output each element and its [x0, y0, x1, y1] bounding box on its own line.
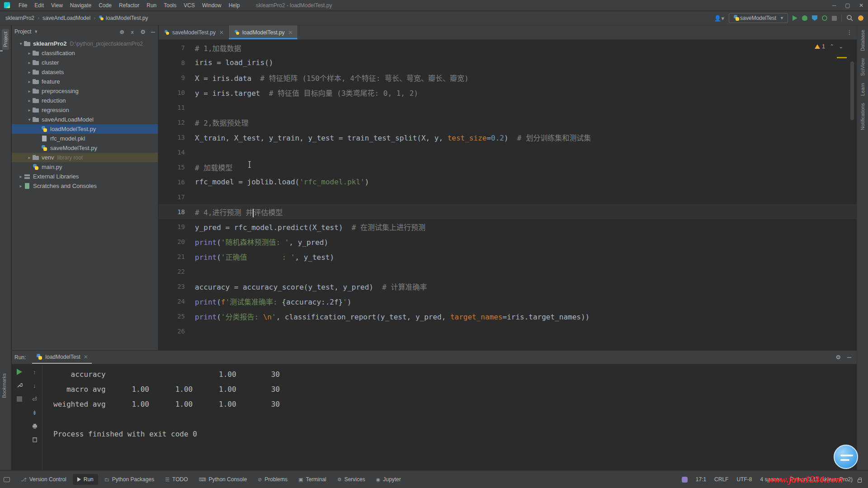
plugin-status-icon[interactable]: [682, 477, 688, 483]
tool-window-button-version-control[interactable]: ⎇Version Control: [16, 474, 71, 485]
tool-window-button-run[interactable]: Run: [73, 474, 98, 485]
tree-item-external-libraries[interactable]: ▸External Libraries: [12, 172, 158, 181]
tool-window-button-python-console[interactable]: ⌨Python Console: [194, 474, 251, 485]
tree-item-venv[interactable]: ▸venvlibrary root: [12, 153, 158, 162]
tree-chevron-icon[interactable]: ▸: [27, 108, 32, 113]
close-button[interactable]: ✕: [854, 2, 868, 9]
debug-button[interactable]: [802, 15, 807, 21]
run-tab[interactable]: loadModelTest ✕: [32, 351, 91, 364]
code-line-14[interactable]: 14: [159, 145, 857, 160]
code-line-7[interactable]: 7# 1,加载数据: [159, 40, 857, 55]
run-console-output[interactable]: accuracy 1.00 30 macro avg 1.00 1.00 1.0…: [53, 367, 852, 470]
tree-chevron-icon[interactable]: ▸: [27, 98, 32, 103]
code-line-17[interactable]: 17: [159, 189, 857, 204]
minimize-button[interactable]: ─: [827, 2, 841, 9]
update-notification-icon[interactable]: [858, 15, 863, 21]
close-icon[interactable]: ✕: [219, 29, 224, 36]
close-icon[interactable]: ✕: [84, 354, 88, 360]
locate-file-icon[interactable]: ⊕: [119, 28, 124, 35]
search-icon[interactable]: [846, 14, 854, 22]
menu-vcs[interactable]: VCS: [180, 1, 198, 10]
tool-window-button-python-packages[interactable]: 🗀Python Packages: [100, 474, 159, 485]
right-stripe-tab-sciview[interactable]: SciView: [859, 56, 866, 79]
tool-window-button-jupyter[interactable]: ◉Jupyter: [372, 474, 406, 485]
tree-item-datasets[interactable]: ▸datasets: [12, 67, 158, 77]
tree-item-main-py[interactable]: main.py: [12, 162, 158, 172]
project-panel-title[interactable]: Project▼: [14, 28, 38, 35]
soft-wrap-icon[interactable]: ⏎: [31, 395, 38, 403]
tree-item-savemodeltest-py[interactable]: saveModelTest.py: [12, 143, 158, 153]
code-line-24[interactable]: 24print(f'测试集准确率: {accuracy:.2f}'): [159, 294, 857, 309]
right-stripe-tab-learn[interactable]: Learn: [859, 80, 866, 99]
stop-button[interactable]: [832, 16, 837, 21]
tree-chevron-icon[interactable]: ▸: [27, 155, 32, 160]
menu-code[interactable]: Code: [95, 1, 115, 10]
print-icon[interactable]: [31, 422, 38, 430]
scroll-to-end-icon[interactable]: ⇟: [31, 409, 38, 416]
code-line-22[interactable]: 22: [159, 264, 857, 279]
code-line-16[interactable]: 16rfc_model = joblib.load('rfc_model.pkl…: [159, 174, 857, 189]
run-settings-wrench-icon[interactable]: [16, 382, 23, 389]
status-item[interactable]: UTF-8: [736, 476, 752, 483]
tree-chevron-icon[interactable]: ▸: [27, 51, 32, 56]
tree-item-regression[interactable]: ▸regression: [12, 105, 158, 115]
run-config-select[interactable]: saveModelTest ▼: [729, 13, 788, 23]
code-line-11[interactable]: 11: [159, 100, 857, 115]
profiler-button[interactable]: [822, 15, 827, 21]
collaborate-icon[interactable]: 👤▾: [714, 15, 724, 22]
settings-gear-icon[interactable]: ⚙: [140, 28, 146, 35]
breadcrumb-item[interactable]: saveAndLoadModel: [42, 14, 91, 22]
run-button[interactable]: [793, 15, 797, 21]
code-line-10[interactable]: 10y = iris.target # 特征值 目标向量 (3类鸢尾花: 0, …: [159, 85, 857, 100]
settings-gear-icon[interactable]: ⚙: [835, 354, 841, 361]
menu-run[interactable]: Run: [143, 1, 160, 10]
right-stripe-tab-notifications[interactable]: Notifications: [859, 100, 866, 133]
tree-chevron-icon[interactable]: ▸: [27, 70, 32, 75]
tree-item-reduction[interactable]: ▸reduction: [12, 96, 158, 105]
hide-panel-icon[interactable]: ─: [847, 354, 851, 361]
code-line-26[interactable]: 26: [159, 324, 857, 338]
tree-chevron-icon[interactable]: ▸: [18, 183, 24, 188]
editor-tab-savemodeltest-py[interactable]: saveModelTest.py✕: [159, 25, 229, 39]
code-line-8[interactable]: 8iris = load_iris(): [159, 55, 857, 70]
project-stripe-tab[interactable]: Project: [2, 29, 9, 50]
tree-item-classification[interactable]: ▸classification: [12, 48, 158, 58]
stop-button[interactable]: [17, 396, 22, 402]
tree-item-sklearnpro2[interactable]: ▾sklearnPro2D:\python_project\sklearnPro…: [12, 39, 158, 48]
menu-window[interactable]: Window: [198, 1, 225, 10]
clear-all-icon[interactable]: [31, 436, 38, 443]
menu-tools[interactable]: Tools: [160, 1, 180, 10]
code-line-19[interactable]: 19y_pred = rfc_model.predict(X_test) # 在…: [159, 219, 857, 234]
editor-tab-loadmodeltest-py[interactable]: loadModelTest.py✕: [229, 25, 297, 39]
code-line-15[interactable]: 15# 加载模型: [159, 160, 857, 174]
tree-chevron-icon[interactable]: ▸: [18, 174, 24, 179]
code-line-25[interactable]: 25print('分类报告: \n', classification_repor…: [159, 309, 857, 324]
menu-navigate[interactable]: Navigate: [66, 1, 95, 10]
code-line-13[interactable]: 13X_train, X_test, y_train, y_test = tra…: [159, 130, 857, 145]
tool-window-button-problems[interactable]: ⊘Problems: [253, 474, 292, 485]
lock-icon[interactable]: [858, 479, 862, 483]
collapse-all-icon[interactable]: ⌅: [130, 28, 135, 35]
maximize-button[interactable]: ▢: [841, 2, 854, 9]
menu-edit[interactable]: Edit: [31, 1, 47, 10]
tool-window-switcher-icon[interactable]: [4, 477, 10, 482]
tree-item-cluster[interactable]: ▸cluster: [12, 58, 158, 67]
down-stack-trace-icon[interactable]: ↓: [31, 382, 38, 389]
tree-item-loadmodeltest-py[interactable]: loadModelTest.py: [12, 124, 158, 134]
tree-item-saveandloadmodel[interactable]: ▾saveAndLoadModel: [12, 115, 158, 124]
code-line-18[interactable]: 18# 4,进行预测 并评估模型: [159, 204, 857, 219]
breadcrumb-item[interactable]: sklearnPro2: [5, 14, 35, 22]
tree-item-scratches-and-consoles[interactable]: ▸Scratches and Consoles: [12, 181, 158, 191]
coverage-button[interactable]: [812, 15, 817, 21]
menu-file[interactable]: File: [15, 1, 31, 10]
tool-window-button-services[interactable]: ⚙Services: [333, 474, 370, 485]
tree-item-feature[interactable]: ▸feature: [12, 77, 158, 86]
tool-window-button-todo[interactable]: ☰TODO: [160, 474, 192, 485]
hide-panel-icon[interactable]: ─: [151, 28, 155, 35]
menu-refactor[interactable]: Refactor: [115, 1, 143, 10]
tool-window-button-terminal[interactable]: ▣Terminal: [294, 474, 331, 485]
tree-chevron-icon[interactable]: ▾: [18, 41, 24, 46]
tree-chevron-icon[interactable]: ▸: [27, 79, 32, 84]
menu-help[interactable]: Help: [225, 1, 244, 10]
code-line-9[interactable]: 9X = iris.data # 特征矩阵 (150个样本, 4个特征: 萼长、…: [159, 70, 857, 85]
